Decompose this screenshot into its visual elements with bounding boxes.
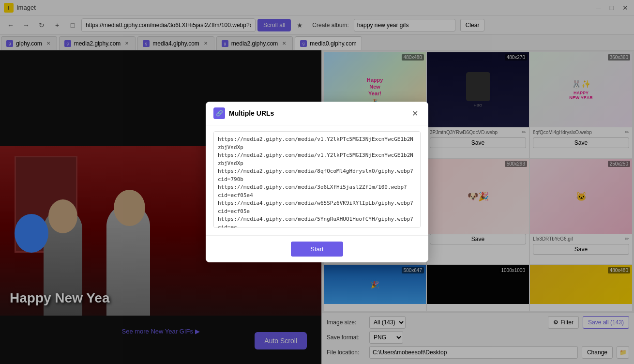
modal-overlay: 🔗 Multiple URLs ✕ https://media2.giphy.c… — [0, 0, 634, 364]
modal-close-button[interactable]: ✕ — [409, 107, 421, 119]
modal-body: https://media2.giphy.com/media/v1.Y2lkPT… — [206, 125, 428, 235]
urls-textarea[interactable]: https://media2.giphy.com/media/v1.Y2lkPT… — [213, 131, 421, 228]
modal-footer: Start — [206, 235, 428, 262]
modal-title: Multiple URLs — [229, 109, 274, 117]
modal-icon: 🔗 — [213, 107, 225, 119]
modal-header: 🔗 Multiple URLs ✕ — [206, 102, 428, 125]
start-button[interactable]: Start — [291, 242, 343, 257]
multiple-urls-modal: 🔗 Multiple URLs ✕ https://media2.giphy.c… — [206, 102, 428, 262]
modal-title-row: 🔗 Multiple URLs — [213, 107, 274, 119]
